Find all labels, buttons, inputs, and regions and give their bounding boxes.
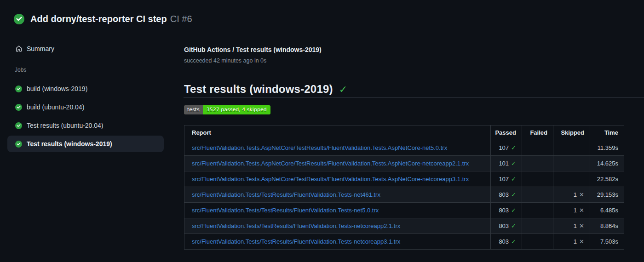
heading-divider — [184, 97, 644, 98]
passed-cell: 803✓ — [491, 234, 522, 250]
report-link[interactable]: src/FluentValidation.Tests/TestResults/F… — [192, 238, 400, 245]
passed-cell-count: 107 — [499, 144, 509, 151]
job-label: Test results (windows-2019) — [27, 140, 112, 148]
tests-badge-label: tests — [184, 105, 203, 114]
failed-cell — [522, 187, 553, 203]
passed-cell: 107✓ — [491, 171, 522, 187]
failed-cell — [522, 234, 553, 250]
failed-cell — [522, 140, 553, 156]
time-cell: 8.864s — [590, 218, 624, 234]
skipped-cell — [553, 140, 590, 156]
table-row: src/FluentValidation.Tests.AspNetCore/Te… — [184, 140, 624, 156]
passed-check-icon: ✓ — [511, 238, 516, 245]
check-circle-icon — [15, 104, 22, 111]
check-run-status: succeeded 42 minutes ago in 0s — [184, 57, 266, 64]
time-cell: 7.503s — [590, 234, 624, 250]
report-link[interactable]: src/FluentValidation.Tests/TestResults/F… — [192, 222, 400, 229]
header-divider — [168, 71, 644, 71]
failed-cell — [522, 218, 553, 234]
home-icon — [15, 45, 23, 52]
results-table: ReportPassedFailedSkippedTime src/Fluent… — [184, 125, 624, 250]
passed-cell: 803✓ — [491, 218, 522, 234]
sidebar-job-item[interactable]: Test results (ubuntu-20.04) — [7, 117, 164, 134]
skipped-cell: 1✕ — [553, 218, 590, 234]
report-cell: src/FluentValidation.Tests/TestResults/F… — [184, 234, 491, 250]
report-cell: src/FluentValidation.Tests.AspNetCore/Te… — [184, 156, 491, 171]
sidebar-summary-label: Summary — [27, 45, 54, 52]
table-header-row: ReportPassedFailedSkippedTime — [184, 125, 624, 140]
time-cell: 11.359s — [590, 140, 624, 156]
passed-cell-count: 107 — [499, 176, 509, 182]
passed-check-icon: ✓ — [511, 207, 516, 214]
workflow-run-page: Add dorny/test-reporter CI stepCI #6 Sum… — [0, 0, 644, 262]
table-row: src/FluentValidation.Tests.AspNetCore/Te… — [184, 156, 624, 171]
job-label: build (ubuntu-20.04) — [27, 103, 84, 111]
report-cell: src/FluentValidation.Tests/TestResults/F… — [184, 203, 491, 218]
skipped-cell — [553, 171, 590, 187]
passed-check-icon: ✓ — [511, 176, 516, 182]
passed-cell: 101✓ — [491, 156, 522, 171]
report-heading-text: Test results (windows-2019) — [184, 83, 333, 96]
check-circle-icon — [15, 141, 22, 148]
skipped-x-icon: ✕ — [579, 207, 584, 214]
skipped-x-icon: ✕ — [579, 191, 584, 198]
report-link[interactable]: src/FluentValidation.Tests/TestResults/F… — [192, 191, 380, 198]
column-header-report: Report — [184, 125, 491, 140]
skipped-x-icon: ✕ — [579, 222, 584, 229]
time-cell: 14.625s — [590, 156, 624, 171]
report-heading: Test results (windows-2019) ✓ — [184, 83, 347, 96]
passed-cell-count: 101 — [499, 160, 509, 167]
time-cell: 6.485s — [590, 203, 624, 218]
tests-badge: tests 3527 passed, 4 skipped — [184, 105, 270, 114]
failed-cell — [522, 156, 553, 171]
skipped-cell-count: 1 — [574, 207, 577, 214]
passed-cell-count: 803 — [499, 238, 509, 245]
column-header-failed: Failed — [522, 125, 553, 140]
table-row: src/FluentValidation.Tests/TestResults/F… — [184, 234, 624, 250]
report-link[interactable]: src/FluentValidation.Tests.AspNetCore/Te… — [192, 176, 469, 182]
skipped-cell-count: 1 — [574, 191, 577, 198]
passed-check-icon: ✓ — [511, 160, 516, 167]
passed-cell: 803✓ — [491, 203, 522, 218]
check-circle-icon — [15, 122, 22, 129]
table-row: src/FluentValidation.Tests/TestResults/F… — [184, 203, 624, 218]
skipped-cell — [553, 156, 590, 171]
sidebar: Summary Jobs build (windows-2019)build (… — [0, 0, 168, 262]
jobs-list: build (windows-2019)build (ubuntu-20.04)… — [7, 80, 164, 154]
success-check-icon: ✓ — [339, 84, 348, 96]
sidebar-job-item[interactable]: build (windows-2019) — [7, 80, 164, 97]
sidebar-job-item[interactable]: Test results (windows-2019) — [7, 136, 164, 152]
skipped-cell: 1✕ — [553, 203, 590, 218]
table-row: src/FluentValidation.Tests/TestResults/F… — [184, 218, 624, 234]
table-row: src/FluentValidation.Tests/TestResults/F… — [184, 187, 624, 203]
report-cell: src/FluentValidation.Tests/TestResults/F… — [184, 187, 491, 203]
passed-cell: 107✓ — [491, 140, 522, 156]
column-header-skipped: Skipped — [553, 125, 590, 140]
sidebar-job-item[interactable]: build (ubuntu-20.04) — [7, 99, 164, 115]
sidebar-item-summary[interactable]: Summary — [7, 41, 164, 56]
passed-check-icon: ✓ — [511, 222, 516, 229]
report-link[interactable]: src/FluentValidation.Tests.AspNetCore/Te… — [192, 160, 469, 167]
report-cell: src/FluentValidation.Tests/TestResults/F… — [184, 218, 491, 234]
passed-cell-count: 803 — [499, 191, 509, 198]
check-run-title: GitHub Actions / Test results (windows-2… — [184, 46, 322, 53]
failed-cell — [522, 171, 553, 187]
skipped-cell-count: 1 — [574, 238, 577, 245]
passed-check-icon: ✓ — [511, 144, 516, 151]
passed-cell-count: 803 — [499, 207, 509, 214]
skipped-x-icon: ✕ — [579, 238, 584, 245]
job-label: build (windows-2019) — [27, 85, 87, 92]
passed-cell-count: 803 — [499, 222, 509, 229]
column-header-time: Time — [590, 125, 624, 140]
skipped-cell-count: 1 — [574, 222, 577, 229]
column-header-passed: Passed — [491, 125, 522, 140]
skipped-cell: 1✕ — [553, 234, 590, 250]
table-row: src/FluentValidation.Tests.AspNetCore/Te… — [184, 171, 624, 187]
run-number: CI #6 — [170, 14, 192, 24]
report-link[interactable]: src/FluentValidation.Tests.AspNetCore/Te… — [192, 144, 447, 151]
passed-check-icon: ✓ — [511, 191, 516, 198]
report-link[interactable]: src/FluentValidation.Tests/TestResults/F… — [192, 207, 379, 214]
results-table-wrap: ReportPassedFailedSkippedTime src/Fluent… — [184, 125, 624, 250]
check-circle-icon — [15, 85, 22, 92]
skipped-cell: 1✕ — [553, 187, 590, 203]
